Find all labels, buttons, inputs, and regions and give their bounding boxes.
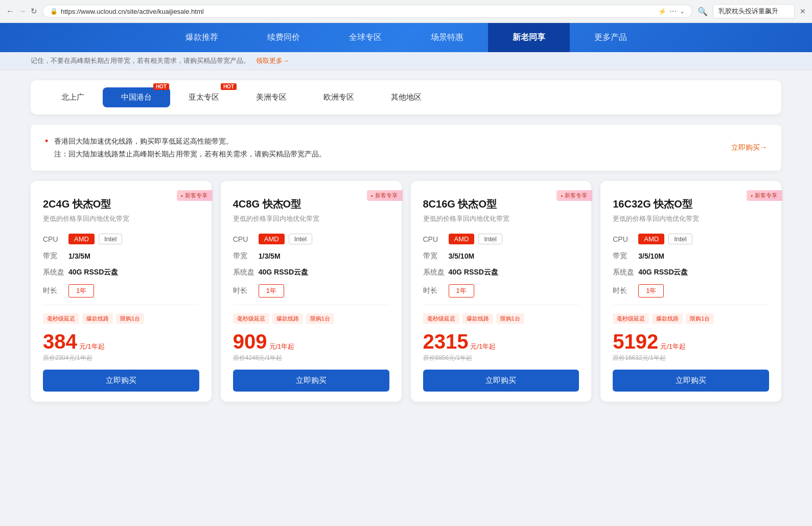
spec-row-duration-2c4g: 时长 1年 [43, 284, 199, 298]
cpu-amd-btn-4c8g[interactable]: AMD [259, 234, 285, 244]
refresh-icon[interactable]: ↻ [31, 7, 37, 16]
sub-banner: 记住，不要在高峰期长期占用带宽，若有相关需求，请购买精品带宽产品。 领取更多→ [0, 52, 812, 70]
cpu-label-2c4g: CPU [43, 235, 68, 243]
price-unit-2c4g: 元/1年起 [79, 342, 105, 351]
price-main-8c16g: 2315 [423, 331, 469, 352]
duration-btn-8c16g[interactable]: 1年 [449, 284, 474, 298]
card-title-8c16g: 8C16G 快杰O型 [423, 197, 579, 211]
hot-badge-zhongguo: HOT [153, 83, 169, 90]
red-dot-icon: • [45, 136, 48, 147]
duration-label-8c16g: 时长 [423, 286, 449, 295]
card-title-16c32g: 16C32G 快杰O型 [613, 197, 769, 211]
new-customer-badge-2c4g: 新客专享 [177, 190, 213, 201]
price-main-4c8g: 909 [233, 331, 267, 352]
product-card-16c32g: 新客专享 16C32G 快杰O型 更低的价格享回内地优化带宽 CPU AMD I… [600, 181, 781, 402]
price-section-16c32g: 5192 元/1年起 原价16632元/1年起 [613, 331, 769, 362]
disk-label-4c8g: 系统盘 [233, 268, 259, 277]
spec-row-bandwidth-16c32g: 带宽 3/5/10M [613, 251, 769, 261]
forward-icon[interactable]: → [18, 7, 27, 16]
cpu-label-16c32g: CPU [613, 235, 638, 243]
cpu-options-2c4g: AMD Intel [68, 234, 122, 244]
cpu-intel-btn-8c16g[interactable]: Intel [478, 234, 502, 244]
region-tab-ouzhou[interactable]: 欧洲专区 [305, 87, 373, 107]
back-icon[interactable]: ← [6, 7, 14, 16]
duration-btn-16c32g[interactable]: 1年 [638, 284, 664, 298]
product-card-2c4g: 新客专享 2C4G 快杰O型 更低的价格享回内地优化带宽 CPU AMD Int… [31, 181, 212, 402]
duration-label-2c4g: 时长 [43, 286, 68, 295]
hot-badge-yatai: HOT [221, 83, 237, 90]
cpu-intel-btn-4c8g[interactable]: Intel [289, 234, 313, 244]
more-icon[interactable]: ⋯ [669, 7, 677, 15]
close-icon[interactable]: ✕ [800, 7, 806, 15]
nav-item-xufeі[interactable]: 续费同价 [243, 23, 324, 52]
nav-item-changjing[interactable]: 场景特惠 [406, 23, 488, 52]
card-subtitle-2c4g: 更低的价格享回内地优化带宽 [43, 214, 199, 223]
buy-btn-4c8g[interactable]: 立即购买 [233, 370, 389, 392]
tags-row-2c4g: 毫秒级延迟 爆款线路 限购1台 [43, 313, 199, 324]
tag-limit-8c16g: 限购1台 [496, 313, 524, 324]
price-unit-8c16g: 元/1年起 [470, 342, 496, 351]
cpu-amd-btn-2c4g[interactable]: AMD [68, 234, 95, 244]
buy-btn-16c32g[interactable]: 立即购买 [613, 370, 769, 392]
cpu-intel-btn-16c32g[interactable]: Intel [668, 234, 692, 244]
duration-btn-4c8g[interactable]: 1年 [259, 284, 284, 298]
browser-search-icon[interactable]: 🔍 [698, 7, 708, 16]
card-subtitle-4c8g: 更低的价格享回内地优化带宽 [233, 214, 389, 223]
price-original-8c16g: 原价8856元/1年起 [423, 354, 579, 362]
cpu-amd-btn-16c32g[interactable]: AMD [638, 234, 664, 244]
nav-item-baokuan[interactable]: 爆款推荐 [161, 23, 243, 52]
tag-millisecond-8c16g: 毫秒级延迟 [423, 313, 459, 324]
buy-btn-8c16g[interactable]: 立即购买 [423, 370, 579, 392]
info-text-line2: 注：回大陆加速线路禁止高峰期长期占用带宽，若有相关需求，请购买精品带宽产品。 [54, 148, 326, 161]
spec-row-bandwidth-4c8g: 带宽 1/3/5M [233, 251, 389, 261]
price-section-4c8g: 909 元/1年起 原价4248元/1年起 [233, 331, 389, 362]
region-tab-meizhou[interactable]: 美洲专区 [238, 87, 305, 107]
bandwidth-label-4c8g: 带宽 [233, 251, 259, 261]
cpu-label-4c8g: CPU [233, 235, 259, 243]
info-buy-link[interactable]: 立即购买→ [731, 143, 767, 152]
spec-row-bandwidth-2c4g: 带宽 1/3/5M [43, 251, 199, 261]
browser-search-bar[interactable]: 乳胶枕头投诉量飙升 [713, 4, 795, 18]
region-tab-yatai[interactable]: HOT 亚太专区 [170, 87, 238, 107]
divider-4c8g [233, 305, 389, 305]
sub-banner-link[interactable]: 领取更多→ [256, 57, 289, 64]
nav-item-xinlao[interactable]: 新老同享 [488, 23, 570, 52]
cpu-label-8c16g: CPU [423, 235, 449, 243]
url-bar[interactable]: 🔒 https://www.ucloud.cn/site/active/kuai… [42, 5, 692, 18]
nav-item-gengduo[interactable]: 更多产品 [570, 23, 652, 52]
bandwidth-label-8c16g: 带宽 [423, 251, 449, 261]
spec-row-disk-2c4g: 系统盘 40G RSSD云盘 [43, 268, 199, 277]
cpu-options-16c32g: AMD Intel [638, 234, 692, 244]
bandwidth-value-2c4g: 1/3/5M [68, 252, 90, 260]
price-unit-4c8g: 元/1年起 [269, 342, 295, 351]
price-display-8c16g: 2315 元/1年起 [423, 331, 579, 352]
bandwidth-value-8c16g: 3/5/10M [449, 252, 475, 260]
price-display-4c8g: 909 元/1年起 [233, 331, 389, 352]
info-content: • 香港回大陆加速优化线路，购买即享低延迟高性能带宽。 注：回大陆加速线路禁止高… [45, 135, 326, 161]
lock-icon: 🔒 [50, 8, 58, 15]
nav-item-quanqiu[interactable]: 全球专区 [324, 23, 406, 52]
cpu-intel-btn-2c4g[interactable]: Intel [99, 234, 123, 244]
card-title-4c8g: 4C8G 快杰O型 [233, 197, 389, 211]
buy-btn-2c4g[interactable]: 立即购买 [43, 370, 199, 392]
region-tabs: 北上广 HOT 中国港台 HOT 亚太专区 美洲专区 欧洲专区 其他地区 [31, 80, 781, 115]
price-original-4c8g: 原价4248元/1年起 [233, 354, 389, 362]
card-subtitle-16c32g: 更低的价格享回内地优化带宽 [613, 214, 769, 223]
disk-value-2c4g: 40G RSSD云盘 [68, 268, 118, 277]
tag-explosive-8c16g: 爆款线路 [462, 313, 493, 324]
disk-value-8c16g: 40G RSSD云盘 [449, 268, 498, 277]
duration-label-16c32g: 时长 [613, 286, 638, 295]
cpu-amd-btn-8c16g[interactable]: AMD [449, 234, 475, 244]
divider-2c4g [43, 305, 199, 305]
region-tab-qita[interactable]: 其他地区 [373, 87, 440, 107]
region-tab-zhongguogangtai[interactable]: HOT 中国港台 [103, 87, 170, 107]
chevron-down-icon[interactable]: ⌄ [680, 8, 685, 15]
duration-btn-2c4g[interactable]: 1年 [68, 284, 94, 298]
browser-controls: ← → ↻ [6, 7, 37, 16]
spec-row-disk-8c16g: 系统盘 40G RSSD云盘 [423, 268, 579, 277]
main-nav: 爆款推荐 续费同价 全球专区 场景特惠 新老同享 更多产品 [100, 23, 713, 52]
disk-value-4c8g: 40G RSSD云盘 [259, 268, 308, 277]
region-tab-beishangguang[interactable]: 北上广 [43, 87, 103, 107]
price-main-2c4g: 384 [43, 331, 77, 352]
product-card-8c16g: 新客专享 8C16G 快杰O型 更低的价格享回内地优化带宽 CPU AMD In… [411, 181, 592, 402]
